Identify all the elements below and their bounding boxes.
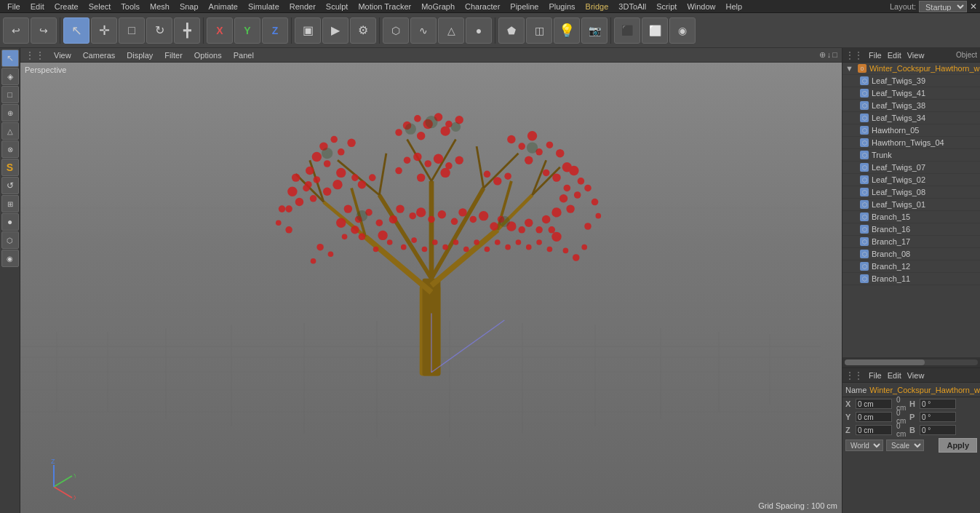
brush-tool[interactable]: ⊗	[1, 140, 19, 158]
nurbs-button[interactable]: △	[438, 17, 464, 44]
viewport-icon-1[interactable]: ⊕	[819, 50, 826, 60]
list-item[interactable]: ⬡ Hawthorn_Twigs_04	[842, 137, 980, 149]
viewport-3d[interactable]: Perspective Grid Spacing : 100 cm X Y Z	[20, 63, 842, 513]
redo-button[interactable]: ↪	[31, 17, 57, 44]
attr-menu-view[interactable]: View	[907, 371, 925, 380]
scale-tool-button[interactable]: □	[119, 17, 145, 44]
list-item[interactable]: ⬡ Leaf_Twigs_39	[842, 75, 980, 87]
menu-item-character[interactable]: Character	[461, 1, 504, 12]
menu-item-create[interactable]: Create	[50, 1, 83, 12]
apply-button[interactable]: Apply	[939, 438, 977, 453]
menu-item-select[interactable]: Select	[84, 1, 116, 12]
x-pos-input[interactable]	[856, 399, 892, 409]
scale-select[interactable]: Scale	[886, 440, 924, 451]
deformer-button[interactable]: ●	[466, 17, 492, 44]
list-item[interactable]: ⬡ Leaf_Twigs_01	[842, 199, 980, 211]
grid-tool[interactable]: ⊞	[1, 195, 19, 212]
menu-item-file[interactable]: File	[3, 1, 25, 12]
list-item[interactable]: ⬡ Branch_17	[842, 236, 980, 248]
lasso-select-tool[interactable]: ⊕	[1, 104, 19, 122]
magnet-tool[interactable]: S	[1, 159, 19, 176]
viewport-menu-display[interactable]: Display	[124, 50, 156, 60]
spline-button[interactable]: ∿	[410, 17, 437, 44]
list-item[interactable]: ⬡ Branch_12	[842, 261, 980, 273]
ob-menu-edit[interactable]: Edit	[888, 51, 901, 60]
render-active-button[interactable]: ▶	[322, 17, 348, 44]
sky-button[interactable]: ◫	[526, 17, 552, 44]
select-tool-button[interactable]: ↖	[63, 17, 89, 44]
live-select-tool[interactable]: ◈	[1, 68, 19, 85]
menu-item-edit[interactable]: Edit	[26, 1, 49, 12]
p-input[interactable]	[920, 412, 956, 422]
smooth-tool[interactable]: ◉	[1, 250, 19, 267]
world-select[interactable]: World	[845, 440, 883, 451]
list-item[interactable]: ⬡ Leaf_Twigs_08	[842, 186, 980, 199]
rotate-tool-button[interactable]: ↻	[146, 17, 172, 44]
list-item[interactable]: ⬡ Branch_16	[842, 223, 980, 236]
layout-select[interactable]: Startup	[919, 1, 967, 12]
b-input[interactable]	[920, 425, 956, 435]
menu-item-mograph[interactable]: MoGraph	[417, 1, 459, 12]
viewport-menu-filter[interactable]: Filter	[162, 50, 185, 60]
menu-item-snap[interactable]: Snap	[175, 1, 203, 12]
rectangle-select-tool[interactable]: □	[1, 86, 19, 103]
list-item[interactable]: ⬡ Leaf_Twigs_07	[842, 162, 980, 174]
list-item[interactable]: ⬡ Branch_11	[842, 273, 980, 285]
menu-item-render[interactable]: Render	[285, 1, 320, 12]
move-tool-button[interactable]: ✛	[91, 17, 117, 44]
h-input[interactable]	[920, 399, 956, 409]
ob-menu-view[interactable]: View	[907, 51, 925, 60]
close-icon[interactable]: ✕	[970, 1, 977, 12]
menu-item-animate[interactable]: Animate	[204, 1, 242, 12]
undo-button[interactable]: ↩	[3, 17, 29, 44]
menu-item-sculpt[interactable]: Sculpt	[322, 1, 353, 12]
light-button[interactable]: 💡	[554, 17, 580, 44]
list-item[interactable]: ⬡ Leaf_Twigs_34	[842, 112, 980, 124]
menu-item-plugins[interactable]: Plugins	[544, 1, 579, 12]
list-item[interactable]: ⬡ Hawthorn_05	[842, 124, 980, 137]
menu-item-window[interactable]: Window	[682, 1, 720, 12]
anim-key-button[interactable]: ⬛	[614, 17, 640, 44]
list-item[interactable]: ⬡ Leaf_Twigs_38	[842, 100, 980, 112]
z-axis-button[interactable]: Z	[262, 17, 288, 44]
viewport-icon-2[interactable]: ↓	[827, 50, 832, 60]
viewport-menu-view[interactable]: View	[51, 50, 74, 60]
menu-item-motion-tracker[interactable]: Motion Tracker	[354, 1, 415, 12]
z-pos-input[interactable]	[856, 425, 892, 435]
menu-item-simulate[interactable]: Simulate	[244, 1, 284, 12]
attr-menu-file[interactable]: File	[869, 371, 882, 380]
paint-tool[interactable]: ⬡	[1, 231, 19, 249]
menu-item-mesh[interactable]: Mesh	[146, 1, 174, 12]
anim-path-button[interactable]: ⬜	[642, 17, 668, 44]
object-list[interactable]: ▼ 0 Winter_Cockspur_Hawthorn_wil ⬡ Leaf_…	[842, 63, 980, 357]
viewport-menu-cameras[interactable]: Cameras	[80, 50, 119, 60]
polygon-select-tool[interactable]: △	[1, 122, 19, 140]
viewport-menu-options[interactable]: Options	[191, 50, 225, 60]
pointer-tool[interactable]: ↖	[1, 49, 19, 67]
object-list-scrollbar[interactable]	[842, 357, 980, 367]
viewport-menu-panel[interactable]: Panel	[231, 50, 257, 60]
camera-button[interactable]: 📷	[581, 17, 607, 44]
render-settings-button[interactable]: ⚙	[350, 17, 376, 44]
render-view-button[interactable]: ▣	[295, 17, 321, 44]
list-item[interactable]: ⬡ Branch_15	[842, 211, 980, 223]
add-object-button[interactable]: ╋	[174, 17, 200, 44]
menu-item-3dtoall[interactable]: 3DToAll	[614, 1, 650, 12]
anim-auto-button[interactable]: ◉	[669, 17, 696, 44]
menu-item-tools[interactable]: Tools	[116, 1, 144, 12]
x-axis-button[interactable]: X	[207, 17, 233, 44]
floor-button[interactable]: ⬟	[498, 17, 525, 44]
list-item[interactable]: ⬡ Branch_08	[842, 248, 980, 261]
attr-menu-edit[interactable]: Edit	[888, 371, 901, 380]
list-item[interactable]: ⬡ Leaf_Twigs_41	[842, 87, 980, 100]
list-item[interactable]: ⬡ Trunk	[842, 149, 980, 162]
rotate-tool[interactable]: ↺	[1, 177, 19, 194]
y-pos-input[interactable]	[856, 412, 892, 422]
polygon-button[interactable]: ⬡	[383, 17, 409, 44]
ob-menu-file[interactable]: File	[869, 51, 882, 60]
sculpt-tool[interactable]: ●	[1, 213, 19, 231]
menu-item-help[interactable]: Help	[722, 1, 747, 12]
list-item[interactable]: ▼ 0 Winter_Cockspur_Hawthorn_wil	[842, 63, 980, 75]
menu-item-pipeline[interactable]: Pipeline	[506, 1, 543, 12]
y-axis-button[interactable]: Y	[234, 17, 260, 44]
